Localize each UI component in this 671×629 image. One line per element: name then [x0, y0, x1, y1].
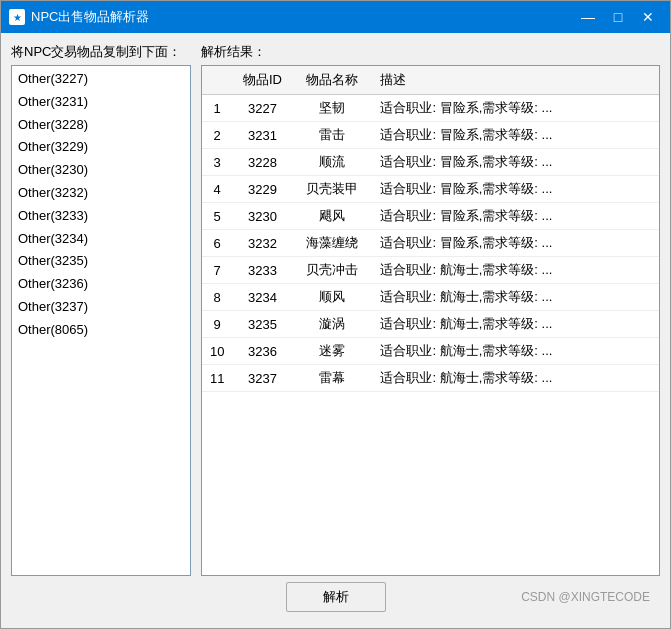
cell-id: 3237 [232, 365, 292, 392]
cell-name: 雷幕 [292, 365, 372, 392]
cell-desc: 适合职业: 冒险系,需求等级: ... [372, 122, 659, 149]
list-item[interactable]: Other(3229) [14, 136, 188, 159]
cell-desc: 适合职业: 航海士,需求等级: ... [372, 284, 659, 311]
cell-num: 1 [202, 95, 232, 122]
cell-name: 顺风 [292, 284, 372, 311]
window-content: 将NPC交易物品复制到下面： Other(3227)Other(3231)Oth… [1, 33, 670, 628]
table-row: 23231雷击适合职业: 冒险系,需求等级: ... [202, 122, 659, 149]
main-area: 将NPC交易物品复制到下面： Other(3227)Other(3231)Oth… [11, 43, 660, 576]
cell-desc: 适合职业: 航海士,需求等级: ... [372, 257, 659, 284]
left-panel-label: 将NPC交易物品复制到下面： [11, 43, 191, 61]
table-row: 13227坚韧适合职业: 冒险系,需求等级: ... [202, 95, 659, 122]
list-item[interactable]: Other(8065) [14, 319, 188, 342]
cell-desc: 适合职业: 冒险系,需求等级: ... [372, 203, 659, 230]
cell-id: 3232 [232, 230, 292, 257]
list-item[interactable]: Other(3232) [14, 182, 188, 205]
table-row: 33228顺流适合职业: 冒险系,需求等级: ... [202, 149, 659, 176]
cell-desc: 适合职业: 冒险系,需求等级: ... [372, 176, 659, 203]
main-window: ★ NPC出售物品解析器 — □ ✕ 将NPC交易物品复制到下面： Other(… [0, 0, 671, 629]
list-item[interactable]: Other(3230) [14, 159, 188, 182]
list-item[interactable]: Other(3234) [14, 228, 188, 251]
col-header-desc: 描述 [372, 66, 659, 95]
cell-name: 顺流 [292, 149, 372, 176]
cell-num: 6 [202, 230, 232, 257]
table-row: 53230飓风适合职业: 冒险系,需求等级: ... [202, 203, 659, 230]
cell-id: 3233 [232, 257, 292, 284]
table-header-row: 物品ID 物品名称 描述 [202, 66, 659, 95]
cell-num: 4 [202, 176, 232, 203]
window-icon: ★ [9, 9, 25, 25]
table-body: 13227坚韧适合职业: 冒险系,需求等级: ...23231雷击适合职业: 冒… [202, 95, 659, 392]
cell-name: 飓风 [292, 203, 372, 230]
cell-name: 贝壳装甲 [292, 176, 372, 203]
cell-name: 迷雾 [292, 338, 372, 365]
cell-num: 9 [202, 311, 232, 338]
list-item[interactable]: Other(3231) [14, 91, 188, 114]
cell-desc: 适合职业: 航海士,需求等级: ... [372, 311, 659, 338]
watermark: CSDN @XINGTECODE [521, 590, 650, 604]
cell-num: 2 [202, 122, 232, 149]
col-header-num [202, 66, 232, 95]
cell-id: 3228 [232, 149, 292, 176]
list-item[interactable]: Other(3237) [14, 296, 188, 319]
cell-name: 坚韧 [292, 95, 372, 122]
close-button[interactable]: ✕ [634, 5, 662, 29]
cell-id: 3234 [232, 284, 292, 311]
cell-id: 3235 [232, 311, 292, 338]
list-item[interactable]: Other(3227) [14, 68, 188, 91]
title-bar: ★ NPC出售物品解析器 — □ ✕ [1, 1, 670, 33]
analyze-button[interactable]: 解析 [286, 582, 386, 612]
cell-name: 雷击 [292, 122, 372, 149]
cell-desc: 适合职业: 航海士,需求等级: ... [372, 365, 659, 392]
cell-id: 3229 [232, 176, 292, 203]
cell-desc: 适合职业: 冒险系,需求等级: ... [372, 149, 659, 176]
window-title: NPC出售物品解析器 [31, 8, 574, 26]
cell-name: 海藻缠绕 [292, 230, 372, 257]
result-label: 解析结果： [201, 43, 660, 61]
cell-num: 8 [202, 284, 232, 311]
list-item[interactable]: Other(3233) [14, 205, 188, 228]
table-row: 93235漩涡适合职业: 航海士,需求等级: ... [202, 311, 659, 338]
col-header-name: 物品名称 [292, 66, 372, 95]
result-table-container[interactable]: 物品ID 物品名称 描述 13227坚韧适合职业: 冒险系,需求等级: ...2… [201, 65, 660, 576]
window-controls: — □ ✕ [574, 5, 662, 29]
table-row: 83234顺风适合职业: 航海士,需求等级: ... [202, 284, 659, 311]
minimize-button[interactable]: — [574, 5, 602, 29]
cell-num: 7 [202, 257, 232, 284]
table-row: 73233贝壳冲击适合职业: 航海士,需求等级: ... [202, 257, 659, 284]
cell-desc: 适合职业: 冒险系,需求等级: ... [372, 95, 659, 122]
cell-id: 3230 [232, 203, 292, 230]
result-table: 物品ID 物品名称 描述 13227坚韧适合职业: 冒险系,需求等级: ...2… [202, 66, 659, 392]
cell-num: 5 [202, 203, 232, 230]
table-row: 103236迷雾适合职业: 航海士,需求等级: ... [202, 338, 659, 365]
right-panel: 解析结果： 物品ID 物品名称 描述 13227坚韧适合职业: 冒险 [201, 43, 660, 576]
table-row: 63232海藻缠绕适合职业: 冒险系,需求等级: ... [202, 230, 659, 257]
cell-id: 3231 [232, 122, 292, 149]
cell-name: 贝壳冲击 [292, 257, 372, 284]
table-row: 113237雷幕适合职业: 航海士,需求等级: ... [202, 365, 659, 392]
cell-num: 10 [202, 338, 232, 365]
cell-desc: 适合职业: 冒险系,需求等级: ... [372, 230, 659, 257]
cell-id: 3227 [232, 95, 292, 122]
list-item[interactable]: Other(3228) [14, 114, 188, 137]
cell-name: 漩涡 [292, 311, 372, 338]
bottom-row: 解析 CSDN @XINGTECODE [11, 576, 660, 618]
cell-num: 11 [202, 365, 232, 392]
list-item[interactable]: Other(3236) [14, 273, 188, 296]
maximize-button[interactable]: □ [604, 5, 632, 29]
list-item[interactable]: Other(3235) [14, 250, 188, 273]
col-header-id: 物品ID [232, 66, 292, 95]
left-panel: 将NPC交易物品复制到下面： Other(3227)Other(3231)Oth… [11, 43, 191, 576]
cell-num: 3 [202, 149, 232, 176]
cell-id: 3236 [232, 338, 292, 365]
cell-desc: 适合职业: 航海士,需求等级: ... [372, 338, 659, 365]
table-row: 43229贝壳装甲适合职业: 冒险系,需求等级: ... [202, 176, 659, 203]
item-listbox[interactable]: Other(3227)Other(3231)Other(3228)Other(3… [11, 65, 191, 576]
